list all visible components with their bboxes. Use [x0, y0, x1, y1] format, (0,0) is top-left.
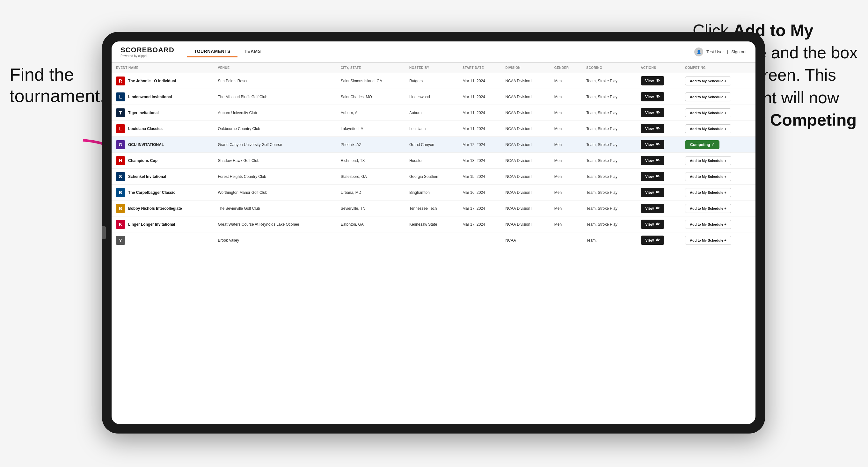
event-name-cell: ?	[112, 232, 214, 248]
event-name-text: Tiger Invitational	[128, 111, 159, 115]
competing-button[interactable]: Competing ✓	[685, 140, 719, 149]
venue-cell: Shadow Hawk Golf Club	[214, 153, 336, 168]
col-competing: COMPETING	[681, 63, 755, 73]
division-cell: NCAA Division I	[501, 168, 550, 185]
app-logo-subtitle: Powered by clippd	[121, 54, 174, 58]
view-button[interactable]: View 👁	[641, 140, 664, 149]
add-to-schedule-button[interactable]: Add to My Schedule +	[685, 236, 731, 245]
app-logo: SCOREBOARD	[121, 46, 174, 54]
table-row: R The Johnnie - O Individual Sea Palms R…	[112, 73, 755, 89]
hosted-by-cell: Lindenwood	[405, 89, 458, 105]
actions-cell: View 👁	[636, 200, 681, 216]
view-button[interactable]: View 👁	[641, 204, 664, 213]
tab-tournaments[interactable]: TOURNAMENTS	[187, 46, 238, 57]
gender-cell: Men	[550, 168, 582, 185]
add-to-schedule-button[interactable]: Add to My Schedule +	[685, 204, 731, 213]
add-to-schedule-button[interactable]: Add to My Schedule +	[685, 156, 731, 165]
city-state-cell: Saint Simons Island, GA	[336, 73, 405, 89]
tournaments-table-container: EVENT NAME VENUE CITY, STATE HOSTED BY S…	[112, 63, 755, 424]
hosted-by-cell: Kennesaw State	[405, 216, 458, 232]
division-cell: NCAA Division I	[501, 121, 550, 137]
view-button[interactable]: View 👁	[641, 156, 664, 165]
gender-cell	[550, 232, 582, 248]
view-button[interactable]: View 👁	[641, 108, 664, 117]
event-name-cell: B The Carpetbagger Classic	[112, 185, 214, 200]
eye-icon: 👁	[656, 174, 660, 179]
scoring-cell: Team, Stroke Play	[582, 121, 636, 137]
add-to-schedule-button[interactable]: Add to My Schedule +	[685, 92, 731, 101]
tab-teams[interactable]: TEAMS	[238, 46, 268, 57]
event-name-text: Champions Cup	[128, 158, 157, 163]
city-state-cell: Saint Charles, MO	[336, 89, 405, 105]
gender-cell: Men	[550, 185, 582, 200]
event-name-text: GCU INVITATIONAL	[128, 143, 164, 147]
scoring-cell: Team, Stroke Play	[582, 185, 636, 200]
city-state-cell: Auburn, AL	[336, 105, 405, 121]
venue-cell: Grand Canyon University Golf Course	[214, 137, 336, 153]
hosted-by-cell	[405, 232, 458, 248]
add-to-schedule-button[interactable]: Add to My Schedule +	[685, 124, 731, 133]
col-venue: VENUE	[214, 63, 336, 73]
add-to-schedule-button[interactable]: Add to My Schedule +	[685, 108, 731, 117]
hosted-by-cell: Rutgers	[405, 73, 458, 89]
event-name-text: Bobby Nichols Intercollegiate	[128, 206, 182, 211]
event-name-cell: G GCU INVITATIONAL	[112, 137, 214, 153]
add-to-schedule-button[interactable]: Add to My Schedule +	[685, 188, 731, 197]
add-to-schedule-button[interactable]: Add to My Schedule +	[685, 220, 731, 229]
view-button[interactable]: View 👁	[641, 188, 664, 197]
team-logo: B	[116, 204, 125, 213]
actions-cell: View 👁	[636, 121, 681, 137]
gender-cell: Men	[550, 137, 582, 153]
competing-cell: Add to My Schedule +	[681, 105, 755, 121]
event-name-cell: H Champions Cup	[112, 153, 214, 168]
hosted-by-cell: Houston	[405, 153, 458, 168]
actions-cell: View 👁	[636, 153, 681, 168]
team-logo: T	[116, 108, 125, 117]
gender-cell: Men	[550, 73, 582, 89]
sidebar-toggle[interactable]	[102, 226, 106, 239]
view-button[interactable]: View 👁	[641, 76, 664, 86]
team-logo: ?	[116, 236, 125, 245]
actions-cell: View 👁	[636, 168, 681, 185]
add-to-schedule-button[interactable]: Add to My Schedule +	[685, 172, 731, 181]
start-date-cell: Mar 15, 2024	[458, 168, 501, 185]
sign-out-link[interactable]: Sign out	[731, 50, 747, 54]
start-date-cell	[458, 232, 501, 248]
competing-cell: Add to My Schedule +	[681, 200, 755, 216]
gender-cell: Men	[550, 216, 582, 232]
add-to-schedule-button[interactable]: Add to My Schedule +	[685, 76, 731, 86]
city-state-cell: Eatonton, GA	[336, 216, 405, 232]
event-name-cell: T Tiger Invitational	[112, 105, 214, 121]
view-button[interactable]: View 👁	[641, 236, 664, 245]
competing-cell: Add to My Schedule +	[681, 121, 755, 137]
eye-icon: 👁	[656, 79, 660, 83]
col-actions: ACTIONS	[636, 63, 681, 73]
team-logo: K	[116, 220, 125, 229]
main-nav: TOURNAMENTS TEAMS	[187, 46, 268, 57]
venue-cell: Worthington Manor Golf Club	[214, 185, 336, 200]
view-button[interactable]: View 👁	[641, 92, 664, 101]
city-state-cell: Statesboro, GA	[336, 168, 405, 185]
start-date-cell: Mar 16, 2024	[458, 185, 501, 200]
tablet-frame: SCOREBOARD Powered by clippd TOURNAMENTS…	[102, 32, 765, 434]
user-avatar: 👤	[694, 48, 703, 56]
view-button[interactable]: View 👁	[641, 124, 664, 133]
actions-cell: View 👁	[636, 232, 681, 248]
view-button[interactable]: View 👁	[641, 220, 664, 229]
division-cell: NCAA Division I	[501, 105, 550, 121]
venue-cell: Sea Palms Resort	[214, 73, 336, 89]
hosted-by-cell: Tennessee Tech	[405, 200, 458, 216]
scoring-cell: Team,	[582, 232, 636, 248]
hosted-by-cell: Binghamton	[405, 185, 458, 200]
start-date-cell: Mar 11, 2024	[458, 89, 501, 105]
col-scoring: SCORING	[582, 63, 636, 73]
gender-cell: Men	[550, 153, 582, 168]
event-name-cell: L Lindenwood Invitational	[112, 89, 214, 105]
col-city-state: CITY, STATE	[336, 63, 405, 73]
scoring-cell: Team, Stroke Play	[582, 89, 636, 105]
event-name-cell: K Linger Longer Invitational	[112, 216, 214, 232]
event-name-cell: L Louisiana Classics	[112, 121, 214, 137]
col-division: DIVISION	[501, 63, 550, 73]
start-date-cell: Mar 13, 2024	[458, 153, 501, 168]
view-button[interactable]: View 👁	[641, 172, 664, 181]
